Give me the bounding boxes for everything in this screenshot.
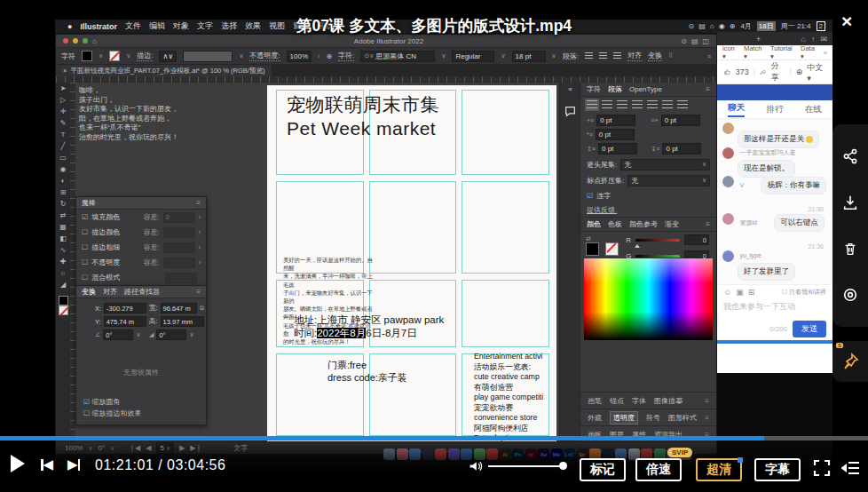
justify-right-icon[interactable] — [662, 100, 673, 109]
space-after-field[interactable]: 0 pt — [662, 143, 701, 155]
previous-button[interactable]: ◀ — [41, 456, 53, 472]
tool-icon[interactable]: ◉ — [60, 163, 67, 175]
expand-icon[interactable]: › — [199, 229, 201, 235]
close-window-button[interactable] — [63, 38, 68, 44]
panel-menu-icon[interactable]: ≡ — [705, 397, 709, 405]
panel-menu-icon[interactable]: ≡ — [707, 53, 711, 60]
panel-menu-icon[interactable]: ≡ — [705, 414, 709, 422]
right-indent-field[interactable]: 0 pt — [661, 115, 700, 126]
filter-checkbox[interactable]: ☐ — [782, 289, 787, 296]
tab-online[interactable]: 在线 — [805, 104, 822, 115]
pin-panel[interactable]: S — [832, 341, 868, 382]
trash-icon[interactable] — [842, 241, 858, 257]
share-arrow-icon[interactable] — [760, 68, 767, 76]
document-setup-icon[interactable]: ⊕ — [326, 52, 332, 60]
hyphenate-checkbox[interactable]: ☑ — [587, 192, 593, 200]
tool-icon[interactable]: ╱ — [61, 140, 66, 152]
stroke-label[interactable]: 描边: — [137, 51, 153, 61]
first-line-indent-field[interactable]: 0 pt — [596, 129, 635, 140]
tab-chat[interactable]: 聊天 — [728, 102, 745, 117]
screen-mode-icon[interactable]: ◫ — [702, 37, 709, 45]
justify-left-icon[interactable] — [632, 100, 643, 109]
tab-swatches[interactable]: 色板 — [608, 219, 622, 229]
poster-time[interactable]: 时间:2022年8月6日-8月7日 — [294, 327, 417, 340]
arrange-icon[interactable]: ▤ — [691, 37, 698, 45]
pasteboard-text-block[interactable]: 咖啡，孩子出门，友好市集，认识一下新的朋友，阳，在草地上野餐或者奔跑，也来一杯“… — [79, 86, 178, 142]
tool-icon[interactable]: ✛ — [60, 106, 67, 117]
tab-anchor[interactable]: 锚点 — [610, 396, 624, 406]
speed-button[interactable]: 倍速 — [635, 458, 682, 481]
left-indent-field[interactable]: 0 pt — [596, 115, 635, 126]
tolerance-value[interactable] — [163, 258, 195, 268]
expand-icon[interactable]: › — [199, 259, 201, 266]
font-style-dropdown[interactable]: Regular — [452, 51, 494, 62]
volume-control[interactable] — [469, 460, 564, 472]
share-label[interactable]: 分享 — [771, 60, 785, 83]
character-label[interactable]: 字符: — [338, 51, 354, 61]
tool-icon[interactable]: ◢ — [60, 279, 66, 290]
next-button[interactable]: ▶ — [67, 456, 80, 472]
tool-icon[interactable]: ◧ — [59, 233, 67, 244]
chat-input[interactable]: 我也来参与一下互动 — [717, 299, 832, 317]
green-slider[interactable] — [635, 255, 680, 258]
download-icon[interactable] — [842, 194, 858, 210]
transform-link[interactable]: 变换 — [648, 51, 662, 61]
rotate-field[interactable]: 0° — [103, 329, 133, 340]
tab-color-guide[interactable]: 颜色参考 — [629, 219, 658, 229]
bookmark-item[interactable]: icon ▾ — [722, 44, 738, 60]
tool-icon[interactable]: ✎ — [60, 117, 67, 129]
tab-appearance[interactable]: 外观 — [588, 413, 602, 423]
tab-paragraph[interactable]: 段落 — [608, 84, 622, 94]
avatar[interactable] — [722, 213, 734, 225]
language-selector[interactable]: 中文 ▾ — [807, 62, 826, 83]
stroke-profile-dropdown[interactable] — [183, 51, 233, 62]
x-field[interactable]: -300.279 — [104, 303, 146, 313]
reference-point-selector[interactable] — [80, 303, 91, 313]
minimize-window-button[interactable] — [73, 38, 78, 44]
search-icon[interactable]: ⊙ — [681, 37, 687, 45]
expand-icon[interactable]: › — [199, 214, 201, 220]
checkbox[interactable]: ☑ — [82, 213, 88, 221]
record-icon[interactable] — [842, 287, 858, 303]
bookmark-item[interactable]: Tutorial ▾ — [770, 44, 795, 60]
poster-events-list[interactable]: Entertainment activi活动娱乐一览表:cute creativ… — [474, 352, 543, 442]
image-upload-icon[interactable]: ▣ — [736, 288, 744, 297]
play-button[interactable] — [11, 455, 25, 472]
scale-strokes-checkbox[interactable]: ☐ — [83, 409, 90, 417]
tab-transform[interactable]: 变换 — [82, 287, 96, 297]
panel-menu-icon[interactable]: ≡ — [196, 288, 201, 296]
quality-button[interactable]: 超清 — [696, 458, 742, 481]
tab-ranking[interactable]: 排行 — [766, 104, 783, 115]
mark-button[interactable]: 标记 — [580, 458, 626, 481]
tool-icon[interactable]: ◐ — [61, 175, 66, 186]
thumbs-up-icon[interactable] — [723, 67, 731, 76]
tool-icon[interactable]: ↻ — [60, 198, 67, 210]
checkbox[interactable]: ☐ — [82, 243, 88, 251]
avatar[interactable] — [722, 176, 734, 187]
chat-message-list[interactable]: 那这样是开还是关 一手血宝宝那玛人老 现在是解锁。 V 杨辉：你有事嘛 21:3… — [717, 119, 832, 284]
font-size-stepper[interactable]: 18 pt — [512, 51, 546, 62]
toolbar-stroke-swatch[interactable] — [59, 306, 68, 315]
tolerance-value[interactable] — [163, 242, 195, 253]
tool-icon[interactable]: T — [61, 129, 66, 140]
bookmark-item[interactable]: Data ▾ — [801, 44, 818, 60]
stroke-color-swatch[interactable] — [109, 51, 120, 61]
volume-slider[interactable] — [488, 465, 564, 468]
space-before-field[interactable]: 0 pt — [598, 143, 637, 155]
tab-brushes[interactable]: 画笔 — [588, 396, 602, 406]
more-options-icon[interactable]: ⠿ — [668, 52, 673, 60]
align-link[interactable]: 对齐 — [627, 51, 642, 61]
align-center-icon[interactable] — [599, 52, 607, 60]
tolerance-value[interactable] — [163, 227, 195, 238]
tab-image-trace[interactable]: 图像描摹 — [654, 396, 683, 406]
tool-icon[interactable]: ▦ — [59, 221, 67, 233]
red-value[interactable]: 0 — [684, 234, 709, 245]
tab-color[interactable]: 颜色 — [587, 219, 601, 229]
tab-symbols[interactable]: 符号 — [646, 413, 660, 423]
home-icon[interactable]: ⌂ — [92, 37, 97, 45]
tool-icon[interactable]: ▷ — [60, 94, 66, 106]
poster-ticket[interactable]: 门票:free — [327, 359, 367, 372]
close-tab-icon[interactable]: × — [63, 67, 67, 75]
close-player-button[interactable]: × — [841, 11, 852, 32]
fullscreen-icon[interactable] — [813, 459, 831, 477]
